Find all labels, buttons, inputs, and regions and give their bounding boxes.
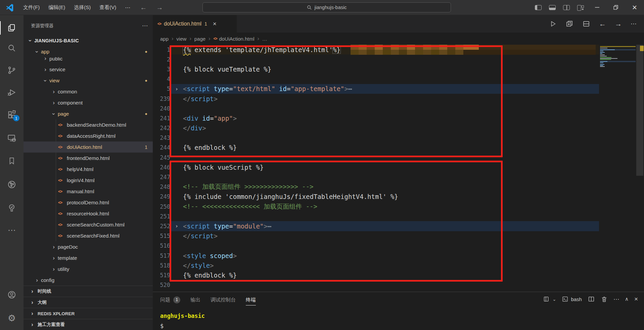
tree-item-view[interactable]: ›view●	[24, 75, 153, 86]
breadcrumb-item-…[interactable]: …	[262, 36, 267, 42]
scrollbar-thumb[interactable]	[636, 45, 643, 176]
tree-item-public[interactable]: ›public	[24, 57, 153, 64]
sidebar-section-2[interactable]: ›REDIS XPLORER	[24, 308, 153, 319]
toggle-secondary-sidebar-icon[interactable]	[563, 5, 570, 10]
launch-profile-icon[interactable]	[543, 295, 551, 303]
sidebar-section-1[interactable]: ›大纲	[24, 297, 153, 308]
panel-maximize-chevron-icon[interactable]: ∧	[625, 296, 629, 302]
account-icon[interactable]	[0, 286, 24, 303]
window-close-button[interactable]: ✕	[625, 0, 644, 15]
tree-item-label: common	[58, 89, 77, 94]
remote-explorer-icon[interactable]	[0, 129, 24, 147]
minimap-line	[600, 53, 602, 54]
customize-layout-icon[interactable]	[577, 5, 584, 10]
tree-item-label: utility	[58, 266, 69, 272]
breadcrumb-item-doUiAction.html[interactable]: <>doUiAction.html	[213, 36, 254, 42]
tree-item-utility[interactable]: ›utility	[24, 263, 153, 275]
panel-tab-调试控制台[interactable]: 调试控制台	[211, 292, 236, 307]
tree-item-frontendDemo.html[interactable]: <>frontendDemo.html	[24, 153, 153, 164]
nav-forward-icon[interactable]: →	[151, 4, 168, 11]
editor-scrollbar[interactable]	[636, 45, 644, 292]
tree-item-doUiAction.html[interactable]: <>doUiAction.html1	[24, 141, 153, 153]
terminal-output[interactable]: anghujs-basic$	[153, 307, 644, 330]
split-terminal-icon[interactable]	[588, 295, 595, 303]
editor-more-icon[interactable]: ⋯	[631, 20, 637, 28]
command-center-search[interactable]: jianghujs-basic	[202, 2, 451, 12]
launch-profile-chevron-icon[interactable]: ⌄	[552, 297, 556, 302]
tree-item-service[interactable]: ›service	[24, 64, 153, 75]
tree-item-page[interactable]: ›page●	[24, 108, 153, 119]
tab-close-icon[interactable]: ×	[213, 20, 217, 28]
git-graph-icon[interactable]	[0, 176, 24, 193]
menu-item-2[interactable]: 选择(S)	[70, 4, 95, 11]
tree-item-sceneSearchFixed.html[interactable]: <>sceneSearchFixed.html	[24, 230, 153, 241]
tree-item-template[interactable]: ›template	[24, 252, 153, 263]
minimap[interactable]	[600, 45, 636, 146]
settings-gear-icon[interactable]: ⚙	[0, 310, 24, 327]
tree-item-loginV4.html[interactable]: <>loginV4.html	[24, 175, 153, 186]
tree-item-protocolDemo.html[interactable]: <>protocolDemo.html	[24, 197, 153, 208]
code-editor[interactable]: 1{% extends 'template/jhTemplateV4.html'…	[153, 45, 644, 292]
toggle-sidebar-icon[interactable]	[535, 5, 542, 10]
breadcrumb-item-view[interactable]: view	[176, 36, 186, 42]
tree-item-config[interactable]: ›config	[24, 275, 153, 286]
tree-item-helpV4.html[interactable]: <>helpV4.html	[24, 164, 153, 175]
run-all-icon[interactable]	[565, 20, 573, 28]
sidebar-section-0[interactable]: ›时间线	[24, 286, 153, 297]
tree-item-resourceHook.html[interactable]: <>resourceHook.html	[24, 208, 153, 219]
search-value: jianghujs-basic	[315, 5, 347, 10]
tree-item-backendSearchDemo.html[interactable]: <>backendSearchDemo.html	[24, 119, 153, 130]
run-and-debug-icon[interactable]	[0, 84, 24, 101]
tree-item-pageDoc[interactable]: ›pageDoc	[24, 241, 153, 252]
window-minimize-button[interactable]	[588, 0, 606, 15]
minimap-line	[600, 58, 617, 59]
panel-close-icon[interactable]: ×	[634, 295, 638, 303]
menu-item-3[interactable]: 查看(V)	[95, 4, 121, 11]
minimap-line	[600, 48, 607, 48]
nav-back-icon[interactable]: ←	[135, 4, 151, 11]
breadcrumb-item-app[interactable]: app	[160, 36, 169, 42]
window-restore-button[interactable]	[606, 0, 625, 15]
history-back-icon[interactable]: ←	[599, 20, 606, 28]
kill-terminal-trash-icon[interactable]	[601, 296, 608, 303]
tab-douiaction[interactable]: <> doUiAction.html 1 ×	[153, 15, 237, 33]
test-explorer-icon[interactable]	[0, 199, 24, 217]
tree-item-app[interactable]: ›app●	[24, 46, 153, 57]
search-sidebar-icon[interactable]	[0, 39, 24, 57]
menu-more-icon[interactable]: ⋯	[121, 4, 135, 11]
menu-item-0[interactable]: 文件(F)	[19, 4, 44, 11]
sidebar-section-3[interactable]: ›施工方案查看	[24, 319, 153, 330]
tree-item-sceneSearchCustom.html[interactable]: <>sceneSearchCustom.html	[24, 219, 153, 230]
run-file-icon[interactable]	[549, 20, 557, 28]
chevron-right-icon: ›	[29, 288, 36, 295]
panel-tab-输出[interactable]: 输出	[190, 292, 200, 307]
history-forward-icon[interactable]: →	[615, 20, 622, 28]
extensions-icon[interactable]: 1	[0, 106, 24, 123]
activity-more-icon[interactable]: ⋯	[0, 221, 24, 239]
breadcrumb[interactable]: app›view›page›<>doUiAction.html›…	[153, 33, 644, 45]
explorer-icon[interactable]	[0, 19, 24, 37]
line-number: 240	[153, 105, 170, 112]
tree-item-label: doUiAction.html	[67, 144, 102, 150]
panel-more-icon[interactable]: ⋯	[613, 296, 619, 303]
line-number: 249	[153, 193, 170, 200]
tree-item-label: view	[49, 78, 59, 83]
tree-item-dataAccessRight.html[interactable]: <>dataAccessRight.html	[24, 130, 153, 141]
tree-root[interactable]: › JIANGHUJS-BASIC	[24, 35, 153, 46]
tree-item-component[interactable]: ›component	[24, 97, 153, 108]
panel-tab-终端[interactable]: 终端	[246, 292, 256, 307]
tree-item-manual.html[interactable]: <>manual.html	[24, 186, 153, 197]
source-control-icon[interactable]	[0, 61, 24, 79]
tree-item-label: service	[49, 67, 65, 72]
split-editor-icon[interactable]	[582, 20, 590, 28]
terminal-instance-bash[interactable]: bash	[562, 296, 582, 302]
breadcrumb-item-page[interactable]: page	[194, 36, 205, 42]
menu-item-1[interactable]: 编辑(E)	[44, 4, 70, 11]
minimap-line	[600, 52, 605, 53]
toggle-panel-icon[interactable]	[549, 5, 556, 10]
chevron-right-icon: ›	[41, 66, 49, 73]
panel-tab-问题[interactable]: 问题1	[160, 292, 180, 307]
bookmarks-icon[interactable]	[0, 152, 24, 170]
tree-item-common[interactable]: ›common	[24, 86, 153, 97]
sidebar-more-icon[interactable]: ⋯	[142, 22, 148, 29]
